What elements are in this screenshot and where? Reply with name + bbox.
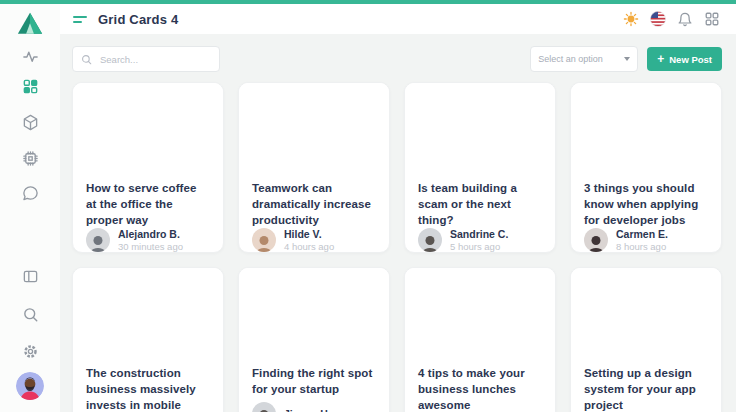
post-time: 30 minutes ago [118, 241, 183, 252]
chevron-down-icon [624, 57, 630, 61]
author-name: Hilde V. [284, 228, 334, 240]
header-actions [623, 11, 720, 27]
sidebar-user-avatar[interactable] [16, 372, 44, 400]
search-box[interactable] [72, 46, 220, 72]
apps-grid-icon [704, 11, 720, 27]
page-title: Grid Cards 4 [98, 12, 178, 27]
main-content: Select an option + New Post How to serve… [60, 34, 736, 412]
author-avatar [86, 228, 110, 252]
post-title[interactable]: 4 tips to make your business lunches awe… [405, 365, 555, 412]
author-avatar [252, 402, 276, 412]
post-author-row: Sandrine C. 5 hours ago [405, 228, 555, 253]
activity-icon [22, 48, 39, 65]
author-avatar [584, 228, 608, 252]
author-name: Sandrine C. [450, 228, 508, 240]
search-icon [81, 54, 92, 65]
search-icon [22, 306, 39, 323]
post-author-row: Jimmy H. [239, 402, 389, 412]
post-image-placeholder [73, 268, 223, 365]
cpu-icon [22, 150, 39, 167]
grid-icon [22, 78, 39, 95]
post-card[interactable]: Finding the right spot for your startup … [238, 267, 390, 412]
gear-icon [22, 343, 39, 360]
post-card[interactable]: How to serve coffee at the office the pr… [72, 82, 224, 253]
post-image-placeholder [405, 83, 555, 180]
sidebar-item-grid-cards[interactable] [22, 78, 39, 95]
post-time: 4 hours ago [284, 241, 334, 252]
post-time: 8 hours ago [616, 241, 668, 252]
user-avatar [16, 372, 44, 400]
new-post-label: New Post [669, 54, 712, 65]
chat-icon [22, 185, 39, 202]
author-name: Carmen E. [616, 228, 668, 240]
sidebar-item-search[interactable] [22, 306, 39, 323]
app-logo-icon[interactable] [17, 12, 43, 36]
post-title[interactable]: Is team building a scam or the next thin… [405, 180, 555, 228]
search-input[interactable] [98, 53, 211, 66]
post-title[interactable]: Teamwork can dramatically increase produ… [239, 180, 389, 228]
post-card-grid: How to serve coffee at the office the pr… [60, 72, 736, 412]
post-card[interactable]: Is team building a scam or the next thin… [404, 82, 556, 253]
box-icon [22, 114, 39, 131]
post-image-placeholder [571, 268, 721, 365]
post-title[interactable]: The construction business massively inve… [73, 365, 223, 412]
header: Grid Cards 4 [60, 4, 736, 34]
sidebar-item-system[interactable] [22, 150, 39, 167]
hamburger-icon[interactable] [73, 16, 87, 23]
post-card[interactable]: The construction business massively inve… [72, 267, 224, 412]
post-author-row: Alejandro B. 30 minutes ago [73, 228, 223, 253]
apps-menu-button[interactable] [704, 11, 720, 27]
post-image-placeholder [73, 83, 223, 180]
post-title[interactable]: Finding the right spot for your startup [239, 365, 389, 397]
sun-icon [623, 11, 639, 27]
author-name: Jimmy H. [284, 408, 331, 412]
post-title[interactable]: 3 things you should know when applying f… [571, 180, 721, 228]
post-image-placeholder [239, 268, 389, 365]
author-avatar [418, 228, 442, 252]
post-title[interactable]: How to serve coffee at the office the pr… [73, 180, 223, 228]
new-post-button[interactable]: + New Post [647, 47, 722, 71]
toolbar: Select an option + New Post [60, 34, 736, 72]
sidebar-item-layouts[interactable] [22, 268, 39, 285]
post-card[interactable]: Setting up a design system for your app … [570, 267, 722, 412]
post-card[interactable]: Teamwork can dramatically increase produ… [238, 82, 390, 253]
author-avatar [252, 228, 276, 252]
post-image-placeholder [571, 83, 721, 180]
post-author-row: Carmen E. 8 hours ago [571, 228, 721, 253]
post-card[interactable]: 4 tips to make your business lunches awe… [404, 267, 556, 412]
notifications-button[interactable] [677, 11, 693, 27]
post-author-row: Hilde V. 4 hours ago [239, 228, 389, 253]
sidebar-item-activity[interactable] [22, 48, 39, 65]
author-name: Alejandro B. [118, 228, 183, 240]
sidebar [0, 4, 61, 412]
filter-select[interactable]: Select an option [530, 46, 638, 72]
toolbar-right: Select an option + New Post [530, 46, 722, 72]
post-time: 5 hours ago [450, 241, 508, 252]
theme-toggle[interactable] [623, 11, 639, 27]
post-card[interactable]: 3 things you should know when applying f… [570, 82, 722, 253]
language-selector[interactable] [650, 11, 666, 27]
post-title[interactable]: Setting up a design system for your app … [571, 365, 721, 412]
layout-icon [22, 268, 39, 285]
filter-select-value: Select an option [538, 54, 603, 64]
sidebar-item-chat[interactable] [22, 185, 39, 202]
sidebar-item-settings[interactable] [22, 343, 39, 360]
sidebar-item-components[interactable] [22, 114, 39, 131]
post-image-placeholder [405, 268, 555, 365]
plus-icon: + [657, 53, 664, 65]
us-flag-icon [650, 11, 666, 27]
post-image-placeholder [239, 83, 389, 180]
bell-icon [677, 11, 693, 27]
